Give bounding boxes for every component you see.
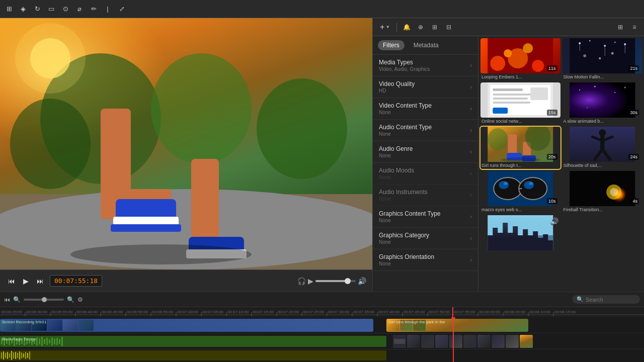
filter-graphics-category[interactable]: Graphics Category None ›	[373, 228, 478, 249]
bottom-audio-clip[interactable]	[0, 350, 386, 360]
volume-control[interactable]: 🎧 ▶ 🔊	[297, 277, 366, 285]
thumb-silhouette[interactable]: 24s Silhouette of sad,...	[562, 127, 642, 169]
tl-zoom-in-icon[interactable]: 🔍	[67, 296, 74, 303]
svg-rect-166	[15, 352, 16, 359]
audio-clip[interactable]: Blackmagic Design	[0, 336, 386, 347]
toolbar-refresh-icon[interactable]: ↻	[32, 4, 42, 14]
speaker-icon[interactable]: 🔊	[358, 277, 366, 285]
thumb-online-social[interactable]: 15s Online social netw...	[480, 82, 560, 125]
main-video-clip[interactable]: Screen Recording 9/9/21	[0, 319, 373, 332]
video-area: ⏮ ▶ ⏭ 00:07:55:18 🎧 ▶ 🔊	[0, 18, 372, 292]
rp-grid-icon[interactable]: ⊟	[443, 22, 454, 33]
thumb-fireball[interactable]: 4s Fireball Transition...	[562, 171, 642, 213]
main-area: ⏮ ▶ ⏭ 00:07:55:18 🎧 ▶ 🔊 + ▾	[0, 18, 644, 292]
svg-rect-149	[46, 338, 48, 345]
next-button[interactable]: ⏭	[35, 276, 46, 286]
svg-point-22	[504, 49, 512, 57]
thumb-glasses[interactable]: 10s macro eyes web s...	[480, 171, 560, 213]
chevron-icon: ›	[470, 148, 472, 155]
waveform-svg	[0, 336, 386, 347]
toolbar-expand-icon[interactable]: ⤢	[117, 4, 127, 14]
svg-point-4	[151, 53, 252, 164]
svg-point-5	[257, 78, 347, 179]
thumb-looping-embers[interactable]: 11s Looping Embers 1...	[480, 38, 560, 80]
play-button[interactable]: ▶	[21, 276, 31, 286]
svg-rect-39	[493, 94, 533, 96]
chevron-icon: ›	[470, 170, 472, 177]
filter-graphics-orientation[interactable]: Graphics Orientation None ›	[373, 249, 478, 271]
add-button[interactable]: + ▾	[377, 22, 392, 33]
svg-point-26	[589, 40, 590, 42]
chevron-icon: ›	[470, 256, 472, 263]
filter-audio-genre[interactable]: Audio Genre None ›	[373, 141, 478, 163]
svg-text:00:06:35:00: 00:06:35:00	[51, 310, 73, 314]
audio-icon: ▶	[308, 277, 313, 285]
svg-text:00:08:00:00: 00:08:00:00	[479, 310, 501, 314]
timeline-toolbar: ⏮ 🔍 🔍 ⚙ 🔍	[0, 292, 644, 307]
toolbar-waveform-icon[interactable]: ◈	[18, 4, 28, 14]
zoom-slider[interactable]	[24, 299, 64, 301]
video-track-row: Screen Recording 9/9/21 Girl runs throug…	[0, 317, 644, 333]
tl-zoom-out-icon[interactable]: 🔍	[13, 296, 21, 303]
filter-audio-moods[interactable]: Audio Moods None ›	[373, 163, 478, 185]
svg-rect-81	[488, 215, 553, 238]
svg-point-70	[499, 181, 509, 189]
toolbar-link-icon[interactable]: ⌀	[74, 4, 85, 14]
toolbar-clock-icon[interactable]: ⊙	[60, 4, 70, 14]
filter-media-types[interactable]: Media Types Video, Audio, Graphics ›	[373, 55, 478, 76]
tl-options-icon[interactable]: ⚙	[77, 296, 83, 303]
video-preview	[0, 18, 372, 269]
chevron-icon: ›	[470, 105, 472, 112]
tab-filters[interactable]: Filters	[378, 40, 405, 50]
video-controls: ⏮ ▶ ⏭ 00:07:55:18 🎧 ▶ 🔊	[0, 269, 372, 292]
svg-rect-171	[25, 352, 26, 359]
ruler-svg: 00:06:25:00 00:06:30:00 00:06:35:00 00:0…	[0, 307, 644, 317]
girl-run-clip[interactable]: Girl runs through the park in the	[386, 319, 528, 332]
filter-audio-content-type[interactable]: Audio Content Type None ›	[373, 120, 478, 141]
svg-rect-153	[56, 338, 58, 345]
audio-track-content: Blackmagic Design	[0, 334, 644, 349]
timeline-ruler: 00:06:25:00 00:06:30:00 00:06:35:00 00:0…	[0, 307, 644, 317]
svg-rect-162	[7, 352, 8, 359]
rp-detail-view-icon[interactable]: ≡	[629, 22, 640, 33]
bottom-waveform	[0, 350, 386, 360]
rp-globe-icon[interactable]: ⊞	[429, 22, 440, 33]
tab-metadata[interactable]: Metadata	[409, 40, 444, 50]
tl-prev-icon[interactable]: ⏮	[4, 296, 10, 303]
thumb-girl-runs[interactable]: 20s Girl runs through t...	[480, 127, 560, 169]
timeline-search[interactable]: 🔍	[573, 295, 640, 304]
svg-text:00:07:30:00: 00:07:30:00	[328, 310, 350, 314]
thumb-city[interactable]: 🔊	[480, 215, 560, 252]
rp-search-icon[interactable]: ⊕	[415, 22, 426, 33]
svg-text:00:06:30:00: 00:06:30:00	[26, 310, 48, 314]
rp-bell-icon[interactable]: 🔔	[401, 22, 412, 33]
filter-graphics-content-type[interactable]: Graphics Content Type None ›	[373, 206, 478, 228]
svg-rect-13	[111, 224, 181, 232]
svg-rect-14	[191, 159, 219, 249]
video-track-content: Screen Recording 9/9/21 Girl runs throug…	[0, 318, 644, 333]
toolbar-ruler-icon[interactable]: |	[103, 4, 113, 14]
search-input[interactable]	[586, 297, 636, 303]
toolbar-grid-icon[interactable]: ⊞	[4, 4, 14, 14]
filter-video-quality[interactable]: Video Quality HD ›	[373, 76, 478, 98]
svg-rect-164	[11, 351, 12, 360]
video-background	[0, 18, 372, 269]
girl-clip-label: Girl runs through the park in the	[388, 320, 516, 324]
filter-video-content-type[interactable]: Video Content Type None ›	[373, 98, 478, 120]
toolbar-pencil-icon[interactable]: ✏	[89, 4, 99, 14]
svg-text:00:06:50:00: 00:06:50:00	[127, 310, 148, 314]
thumb-animated-bg[interactable]: 30s A slow animated b...	[562, 82, 642, 125]
audio-track-row: Blackmagic Design	[0, 333, 644, 349]
svg-rect-147	[41, 337, 43, 346]
svg-point-58	[488, 128, 508, 150]
prev-button[interactable]: ⏮	[6, 276, 17, 286]
rp-list-view-icon[interactable]: ⊞	[615, 22, 626, 33]
svg-text:00:07:45:00: 00:07:45:00	[404, 310, 425, 314]
thumb-slow-motion[interactable]: 21s Slow Motion Fallin...	[562, 38, 642, 80]
svg-rect-40	[493, 98, 528, 100]
svg-text:00:08:05:00: 00:08:05:00	[504, 310, 526, 314]
svg-rect-42	[493, 108, 508, 114]
toolbar-monitor-icon[interactable]: ▭	[46, 4, 56, 14]
svg-point-30	[583, 54, 586, 57]
filter-audio-instruments[interactable]: Audio Instruments None ›	[373, 185, 478, 206]
